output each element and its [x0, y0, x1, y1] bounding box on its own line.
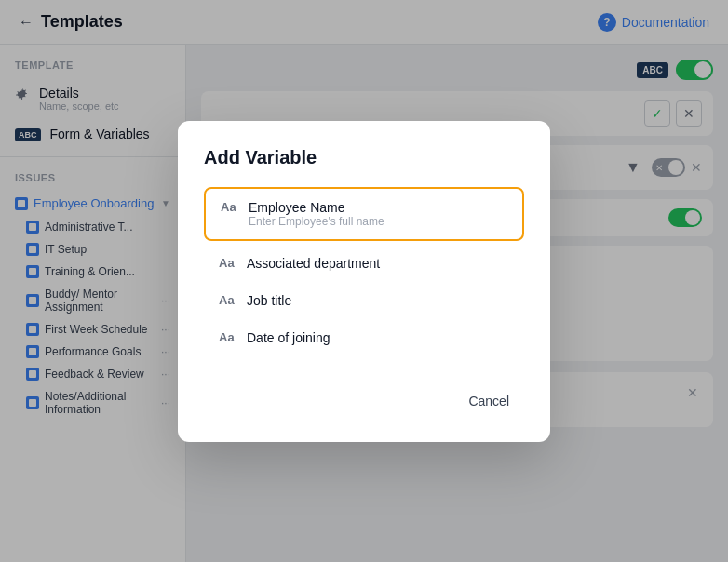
modal-item-1[interactable]: Aa Associated department	[204, 245, 524, 282]
modal-overlay[interactable]: Add Variable Aa Employee Name Enter Empl…	[0, 0, 728, 562]
aa-icon-1: Aa	[219, 256, 237, 270]
modal-item-text-0: Employee Name Enter Employee's full name	[249, 200, 384, 228]
modal-item-text-2: Job title	[247, 293, 291, 308]
modal-item-3[interactable]: Aa Date of joining	[204, 319, 524, 356]
modal-item-text-1: Associated department	[247, 256, 380, 271]
cancel-button[interactable]: Cancel	[453, 386, 524, 416]
aa-icon-0: Aa	[221, 200, 239, 214]
item-title-2: Job title	[247, 293, 291, 308]
modal-item-text-3: Date of joining	[247, 330, 330, 345]
modal-title: Add Variable	[204, 147, 524, 168]
modal-footer: Cancel	[204, 371, 524, 416]
item-subtitle-0: Enter Employee's full name	[249, 215, 384, 228]
modal-item-2[interactable]: Aa Job title	[204, 282, 524, 319]
aa-icon-3: Aa	[219, 330, 237, 344]
item-title-3: Date of joining	[247, 330, 330, 345]
item-title-0: Employee Name	[249, 200, 384, 215]
add-variable-modal: Add Variable Aa Employee Name Enter Empl…	[178, 121, 550, 442]
modal-item-0[interactable]: Aa Employee Name Enter Employee's full n…	[204, 187, 524, 241]
aa-icon-2: Aa	[219, 293, 237, 307]
item-title-1: Associated department	[247, 256, 380, 271]
